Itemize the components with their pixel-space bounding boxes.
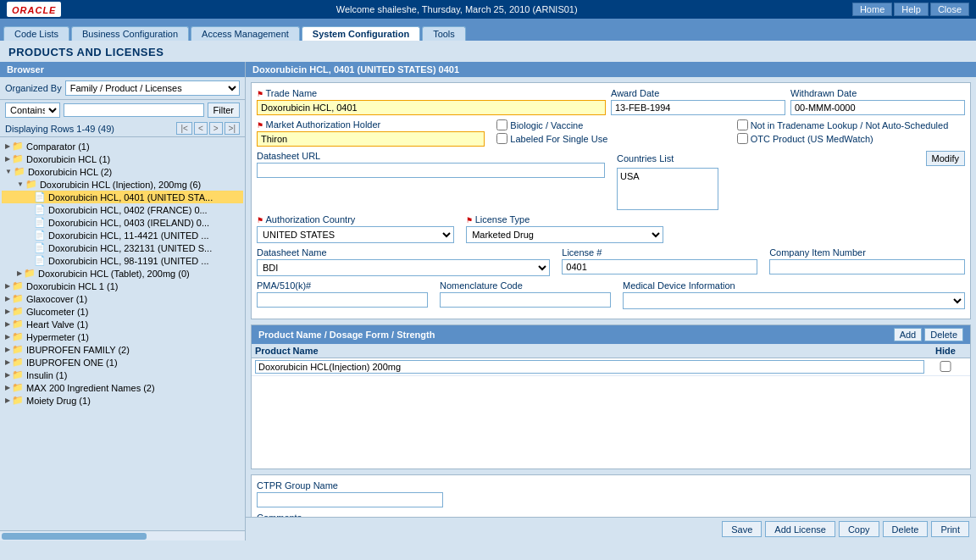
auth-country-select[interactable]: UNITED STATES — [257, 226, 454, 243]
datasheet-name-select[interactable]: BDI — [257, 259, 550, 276]
tree-item[interactable]: ▶📁IBUPROFEN ONE (1) — [2, 356, 243, 369]
auth-country-label: Authorization Country — [257, 214, 454, 225]
product-add-button[interactable]: Add — [894, 328, 923, 341]
tree-item-label: Hypermeter (1) — [26, 332, 89, 342]
labeled-single-use-check-item: Labeled For Single Use — [496, 133, 724, 144]
contains-select[interactable]: Contains — [5, 103, 60, 118]
tab-code-lists[interactable]: Code Lists — [3, 26, 69, 41]
tree-item[interactable]: 📄Doxorubicin HCL, 0402 (FRANCE) 0... — [2, 203, 243, 216]
tree-item[interactable]: ▼📁Doxorubicin HCL (Injection), 200mg (6) — [2, 178, 243, 191]
expand-icon: ▶ — [5, 308, 10, 315]
tree-item[interactable]: ▶📁Glucometer (1) — [2, 305, 243, 318]
tree-item[interactable]: ▶📁MAX 200 Ingredient Names (2) — [2, 381, 243, 394]
tab-business-configuration[interactable]: Business Configuration — [71, 26, 189, 41]
tree-item-label: Insulin (1) — [26, 370, 67, 380]
search-input[interactable] — [64, 103, 204, 117]
withdrawn-date-group: Withdrawn Date — [790, 88, 965, 115]
page-first-button[interactable]: |< — [176, 122, 191, 135]
tree-item[interactable]: ▶📁IBUPROFEN FAMILY (2) — [2, 343, 243, 356]
tree-item[interactable]: ▶📁Glaxocover (1) — [2, 292, 243, 305]
print-button[interactable]: Print — [931, 521, 969, 537]
expand-icon: ▶ — [5, 142, 10, 150]
browser-header: Browser — [0, 62, 245, 77]
award-date-group: Award Date — [611, 88, 785, 115]
tree-item[interactable]: ▶📁Moiety Drug (1) — [2, 394, 243, 407]
medical-device-select[interactable] — [623, 292, 965, 309]
tree-item-label: Doxorubicin HCL, 0403 (IRELAND) 0... — [48, 218, 209, 228]
organized-by-select[interactable]: Family / Product / Licenses — [65, 80, 240, 96]
tab-system-configuration[interactable]: System Configuration — [302, 26, 420, 41]
product-hide-checkbox[interactable] — [924, 361, 967, 372]
tree-item[interactable]: 📄Doxorubicin HCL, 232131 (UNITED S... — [2, 241, 243, 254]
license-num-input[interactable] — [562, 259, 757, 274]
document-icon: 📄 — [34, 191, 46, 202]
tree-item[interactable]: 📄Doxorubicin HCL, 98-1191 (UNITED ... — [2, 254, 243, 267]
checkboxes-col2: Not in Tradename Lookup / Not Auto-Sched… — [730, 119, 965, 144]
tab-access-management[interactable]: Access Management — [191, 26, 300, 41]
trade-name-input[interactable] — [257, 100, 606, 115]
nomenclature-input[interactable] — [440, 292, 611, 308]
add-license-button[interactable]: Add License — [765, 521, 835, 537]
otc-checkbox[interactable] — [737, 133, 748, 144]
tree-item[interactable]: ▶📁Doxorubicin HCL (Tablet), 200mg (0) — [2, 267, 243, 280]
tree-item[interactable]: 📄Doxorubicin HCL, 11-4421 (UNITED ... — [2, 229, 243, 241]
award-date-label: Award Date — [611, 88, 785, 98]
biologic-vaccine-checkbox[interactable] — [496, 119, 507, 130]
modify-button[interactable]: Modify — [926, 151, 965, 166]
tree-item[interactable]: 📄Doxorubicin HCL, 0401 (UNITED STA... — [2, 191, 243, 203]
product-delete-button[interactable]: Delete — [924, 328, 963, 341]
welcome-text: Welcome shaileshe, Thursday, March 25, 2… — [336, 4, 578, 14]
tree-item-label: IBUPROFEN FAMILY (2) — [26, 345, 130, 355]
tree-item[interactable]: ▶📁Hypermeter (1) — [2, 330, 243, 343]
mah-group: Market Authorization Holder — [257, 119, 485, 147]
award-date-input[interactable] — [611, 100, 785, 115]
tree-item[interactable]: ▶📁Insulin (1) — [2, 369, 243, 381]
product-name-input[interactable] — [255, 360, 924, 374]
ctpr-input[interactable] — [257, 492, 443, 507]
folder-icon: 📁 — [12, 395, 24, 406]
form-row-datasheet-name: Datasheet Name BDI License # Company Ite… — [257, 247, 965, 276]
tree-item[interactable]: ▶📁Doxorubicin HCL (1) — [2, 152, 243, 165]
tab-tools[interactable]: Tools — [422, 26, 466, 41]
company-item-input[interactable] — [769, 259, 965, 274]
pma-group: PMA/510(k)# — [257, 280, 428, 308]
detail-header: Doxorubicin HCL, 0401 (UNITED STATES) 04… — [246, 62, 976, 77]
close-button[interactable]: Close — [930, 3, 969, 16]
page-last-button[interactable]: >| — [225, 122, 240, 135]
page-prev-button[interactable]: < — [194, 122, 208, 135]
otc-label: OTC Product (US MedWatch) — [751, 134, 873, 144]
tree-item[interactable]: 📄Doxorubicin HCL, 0403 (IRELAND) 0... — [2, 216, 243, 229]
countries-list-box: USA — [617, 168, 718, 210]
labeled-single-use-checkbox[interactable] — [496, 133, 507, 144]
tree-item-label: Doxorubicin HCL (Tablet), 200mg (0) — [38, 269, 190, 279]
delete-button[interactable]: Delete — [883, 521, 929, 537]
tree-item-label: Doxorubicin HCL (2) — [28, 167, 112, 177]
trade-name-label: Trade Name — [257, 88, 606, 98]
mah-input[interactable] — [257, 131, 485, 147]
license-type-select[interactable]: Marketed Drug — [466, 226, 663, 243]
expand-icon: ▶ — [5, 358, 10, 366]
folder-icon: 📁 — [14, 166, 25, 177]
horizontal-scrollbar[interactable] — [0, 530, 245, 541]
tree-item[interactable]: ▶📁Doxorubicin HCL 1 (1) — [2, 280, 243, 292]
tree-item[interactable]: ▼📁Doxorubicin HCL (2) — [2, 165, 243, 178]
document-icon: 📄 — [34, 255, 46, 266]
save-button[interactable]: Save — [722, 521, 762, 537]
copy-button[interactable]: Copy — [839, 521, 879, 537]
not-tradename-checkbox[interactable] — [737, 119, 748, 130]
pma-input[interactable] — [257, 292, 428, 308]
tree-item[interactable]: ▶📁Comparator (1) — [2, 140, 243, 152]
tree-item-label: IBUPROFEN ONE (1) — [26, 358, 118, 368]
page-next-button[interactable]: > — [209, 122, 223, 135]
folder-icon: 📁 — [12, 306, 24, 317]
filter-button[interactable]: Filter — [208, 103, 240, 118]
withdrawn-date-input[interactable] — [790, 100, 965, 115]
datasheet-url-input[interactable] — [257, 163, 605, 178]
help-button[interactable]: Help — [894, 3, 929, 16]
detail-body: Trade Name Award Date Withdrawn Date — [246, 77, 976, 517]
form-row-datasheet-url: Datasheet URL Countries List Modify USA — [257, 151, 965, 210]
tree-item[interactable]: ▶📁Heart Valve (1) — [2, 318, 243, 330]
home-button[interactable]: Home — [852, 3, 892, 16]
folder-icon: 📁 — [12, 331, 24, 342]
datasheet-url-group: Datasheet URL — [257, 151, 605, 178]
